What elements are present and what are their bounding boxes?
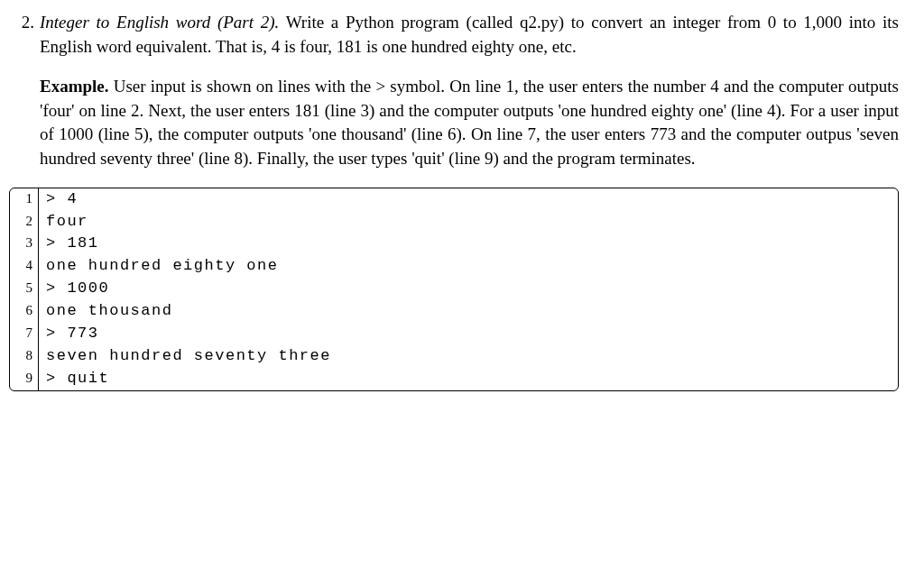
problem-title: Integer to English word (Part 2). xyxy=(40,13,279,32)
code-row: 8 seven hundred seventy three xyxy=(10,345,898,368)
problem-intro: Integer to English word (Part 2). Write … xyxy=(40,11,899,59)
example-text: User input is shown on lines with the > … xyxy=(40,77,899,168)
code-line: four xyxy=(39,211,96,234)
code-row: 7 > 773 xyxy=(10,323,898,345)
code-row: 5 > 1000 xyxy=(10,278,898,300)
problem-body: Integer to English word (Part 2). Write … xyxy=(40,11,899,391)
code-line: one hundred eighty one xyxy=(39,255,285,278)
code-row: 9 > quit xyxy=(10,368,898,390)
code-line: > 773 xyxy=(39,323,106,345)
line-number: 7 xyxy=(10,323,39,345)
code-line: seven hundred seventy three xyxy=(39,345,338,368)
line-number: 2 xyxy=(10,211,39,234)
code-row: 2 four xyxy=(10,211,898,234)
line-number: 1 xyxy=(10,188,39,211)
line-number: 5 xyxy=(10,278,39,300)
code-line: > quit xyxy=(39,368,116,390)
code-row: 4 one hundred eighty one xyxy=(10,255,898,278)
code-row: 3 > 181 xyxy=(10,233,898,255)
line-number: 6 xyxy=(10,300,39,323)
problem-number: 2. xyxy=(9,11,40,35)
code-row: 1 > 4 xyxy=(10,188,898,211)
code-listing: 1 > 4 2 four 3 > 181 4 one hundred eight… xyxy=(9,188,899,391)
example-paragraph: Example. User input is shown on lines wi… xyxy=(40,75,899,170)
line-number: 8 xyxy=(10,345,39,368)
line-number: 3 xyxy=(10,233,39,255)
code-row: 6 one thousand xyxy=(10,300,898,323)
line-number: 9 xyxy=(10,368,39,390)
example-label: Example. xyxy=(40,77,109,96)
code-line: one thousand xyxy=(39,300,180,323)
code-line: > 181 xyxy=(39,233,106,255)
code-line: > 4 xyxy=(39,188,85,211)
line-number: 4 xyxy=(10,255,39,278)
problem-item: 2. Integer to English word (Part 2). Wri… xyxy=(9,11,899,391)
code-line: > 1000 xyxy=(39,278,116,300)
